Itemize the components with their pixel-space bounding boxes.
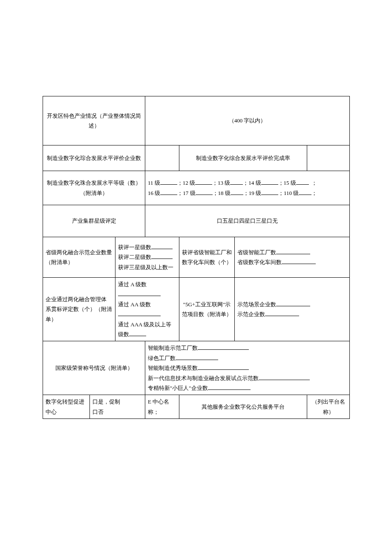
form-table: 开发区特色产业情况（产业整体情况简述） （400 字以内） 制造业数字化琮合发展… — [43, 96, 350, 419]
cell-national-honors[interactable]: 智能制造示范工厂数 绿色工厂数 智能制造优秀场景数 新一代信息技术与制造业融合发… — [145, 341, 350, 395]
row-level-counts: 制造业数字化珠合发展水平等级（数）（附清单） 11 级；12 级；13 级；14… — [43, 171, 350, 205]
label-5g-demo: "5G+工业互联网"示范项目数（附清单） — [179, 278, 235, 341]
label-eval-completion-rate: 制造业数字化综合发展水平评价完成率 — [179, 145, 307, 171]
label-other-platforms: 其他服务企业数字化公共服务平台 — [179, 395, 307, 419]
cell-digital-center-yesno[interactable]: 口是，促制 口否 — [90, 395, 145, 419]
cell-industry-overview-hint[interactable]: （400 字以内） — [145, 96, 350, 145]
row-industry-overview: 开发区特色产业情况（产业整体情况简述） （400 字以内） — [43, 96, 350, 145]
cell-digital-center-name[interactable]: E 中心名称； — [145, 395, 179, 419]
cell-5g-demo-counts[interactable]: 示范场景企业数 示范企业数 — [235, 278, 350, 341]
cell-smart-factory-counts[interactable]: 省级智能工厂数 省级数字化车间数 — [235, 237, 350, 278]
cell-level-counts[interactable]: 11 级；12 级；13 级；14 级；15 级 ； 16 级；17 级；18 … — [145, 171, 350, 205]
label-cluster-rating: 产业集群星级评定 — [43, 205, 145, 237]
label-industry-overview: 开发区特色产业情况（产业整体情况简述） — [43, 96, 145, 145]
label-smart-factory: 获评省级智能工厂和数字化车间数（个） — [179, 237, 235, 278]
row-eval-count: 制造业数字化琮合发展水平评价企业数 制造业数字化综合发展水平评价完成率 — [43, 145, 350, 171]
cell-cert-grade-counts[interactable]: 通过 A 级数 通过 AA 级数 通过 AAA 级及以上等级数 — [115, 278, 179, 341]
cell-cluster-rating[interactable]: 口五星口四星口三星口无 — [145, 205, 350, 237]
input-eval-enterprise-count[interactable] — [145, 145, 179, 171]
cell-list-platforms[interactable]: （列出平台名称） — [307, 395, 350, 419]
label-national-honors: 国家级荣誉称号情况（附清单） — [43, 341, 145, 395]
label-integration-cert: 企业通过两化融合管理体 系贯标评定数（个）（附清单） — [43, 278, 115, 341]
label-provincial-integration: 省级两化融合示范企业数量（附清单） — [43, 237, 115, 278]
input-eval-completion-rate[interactable] — [307, 145, 350, 171]
label-digital-center: 数字化转型促进中心 — [43, 395, 90, 419]
document-page: 开发区特色产业情况（产业整体情况简述） （400 字以内） 制造业数字化琮合发展… — [0, 0, 392, 555]
label-eval-enterprise-count: 制造业数字化琮合发展水平评价企业数 — [43, 145, 145, 171]
label-level-counts: 制造业数字化珠合发展水平等级（数）（附清单） — [43, 171, 145, 205]
row-digital-center: 数字化转型促进中心 口是，促制 口否 E 中心名称； 其他服务企业数字化公共服务… — [43, 395, 350, 419]
row-integration-cert: 企业通过两化融合管理体 系贯标评定数（个）（附清单） 通过 A 级数 通过 AA… — [43, 278, 350, 341]
row-cluster-rating: 产业集群星级评定 口五星口四星口三星口无 — [43, 205, 350, 237]
row-national-honors: 国家级荣誉称号情况（附清单） 智能制造示范工厂数 绿色工厂数 智能制造优秀场景数… — [43, 341, 350, 395]
cell-star-counts[interactable]: 获评一星级数 获评二星级数 获评三星级及以上数一 — [115, 237, 179, 278]
row-provincial-integration: 省级两化融合示范企业数量（附清单） 获评一星级数 获评二星级数 获评三星级及以上… — [43, 237, 350, 278]
